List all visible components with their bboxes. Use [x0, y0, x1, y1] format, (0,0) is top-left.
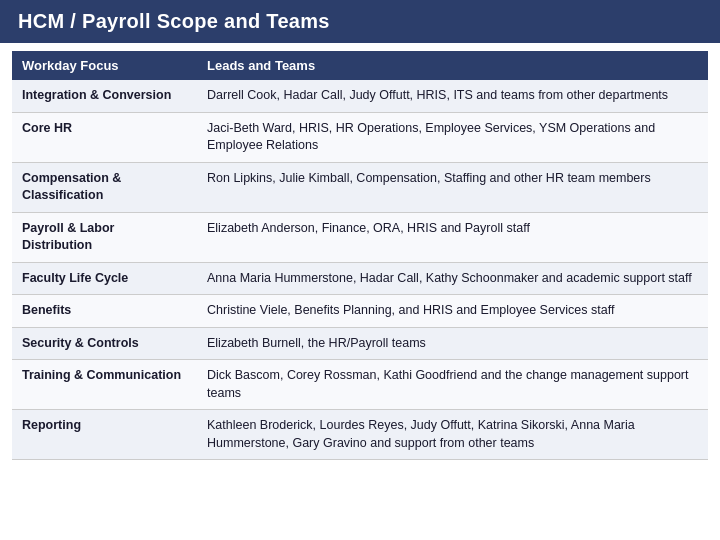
leads-cell: Kathleen Broderick, Lourdes Reyes, Judy … [197, 410, 708, 460]
focus-cell: Reporting [12, 410, 197, 460]
table-row: Compensation & ClassificationRon Lipkins… [12, 162, 708, 212]
table-header-row: Workday Focus Leads and Teams [12, 51, 708, 80]
table-row: Security & ControlsElizabeth Burnell, th… [12, 327, 708, 360]
leads-cell: Darrell Cook, Hadar Call, Judy Offutt, H… [197, 80, 708, 112]
table-row: BenefitsChristine Viele, Benefits Planni… [12, 295, 708, 328]
leads-cell: Elizabeth Burnell, the HR/Payroll teams [197, 327, 708, 360]
focus-cell: Core HR [12, 112, 197, 162]
main-table-container: Workday Focus Leads and Teams Integratio… [0, 43, 720, 468]
leads-cell: Dick Bascom, Corey Rossman, Kathi Goodfr… [197, 360, 708, 410]
page-title: HCM / Payroll Scope and Teams [0, 0, 720, 43]
table-row: Faculty Life CycleAnna Maria Hummerstone… [12, 262, 708, 295]
focus-cell: Payroll & Labor Distribution [12, 212, 197, 262]
focus-cell: Integration & Conversion [12, 80, 197, 112]
table-row: Core HRJaci-Beth Ward, HRIS, HR Operatio… [12, 112, 708, 162]
col2-header: Leads and Teams [197, 51, 708, 80]
leads-cell: Ron Lipkins, Julie Kimball, Compensation… [197, 162, 708, 212]
table-row: Integration & ConversionDarrell Cook, Ha… [12, 80, 708, 112]
leads-cell: Jaci-Beth Ward, HRIS, HR Operations, Emp… [197, 112, 708, 162]
leads-cell: Anna Maria Hummerstone, Hadar Call, Kath… [197, 262, 708, 295]
focus-cell: Compensation & Classification [12, 162, 197, 212]
scope-teams-table: Workday Focus Leads and Teams Integratio… [12, 51, 708, 460]
table-row: ReportingKathleen Broderick, Lourdes Rey… [12, 410, 708, 460]
focus-cell: Security & Controls [12, 327, 197, 360]
focus-cell: Training & Communication [12, 360, 197, 410]
focus-cell: Faculty Life Cycle [12, 262, 197, 295]
focus-cell: Benefits [12, 295, 197, 328]
leads-cell: Christine Viele, Benefits Planning, and … [197, 295, 708, 328]
table-row: Training & CommunicationDick Bascom, Cor… [12, 360, 708, 410]
col1-header: Workday Focus [12, 51, 197, 80]
leads-cell: Elizabeth Anderson, Finance, ORA, HRIS a… [197, 212, 708, 262]
table-row: Payroll & Labor DistributionElizabeth An… [12, 212, 708, 262]
